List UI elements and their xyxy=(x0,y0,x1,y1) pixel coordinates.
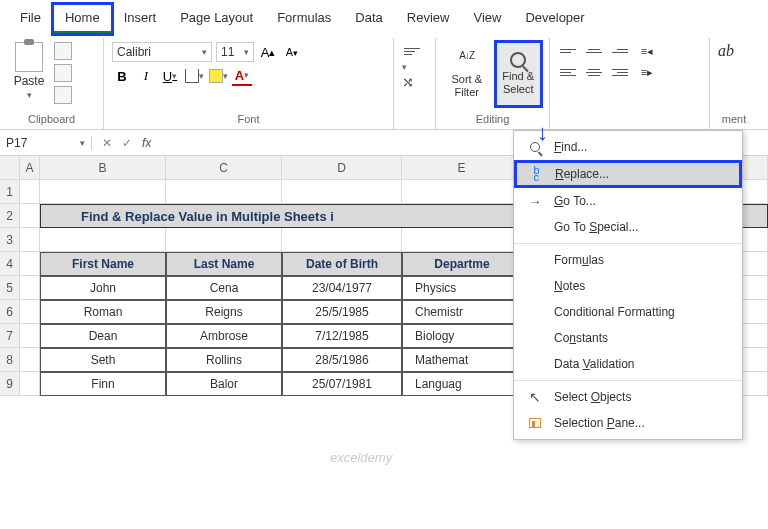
menu-notes[interactable]: Notes xyxy=(514,273,742,299)
cell[interactable] xyxy=(20,300,40,324)
cell[interactable] xyxy=(20,276,40,300)
cell[interactable] xyxy=(166,228,282,252)
menu-insert[interactable]: Insert xyxy=(112,4,169,34)
align-right-button[interactable] xyxy=(610,63,630,81)
align-top-button[interactable] xyxy=(558,42,578,60)
bold-button[interactable]: B xyxy=(112,66,132,86)
decrease-indent-button[interactable]: ≡◂ xyxy=(636,42,658,60)
menu-developer[interactable]: Developer xyxy=(513,4,596,34)
row-header[interactable]: 8 xyxy=(0,348,20,372)
col-header[interactable]: A xyxy=(20,156,40,180)
table-cell[interactable]: Seth xyxy=(40,348,166,372)
table-cell[interactable]: 7/12/1985 xyxy=(282,324,402,348)
menu-goto[interactable]: →Go To... xyxy=(514,188,742,214)
increase-font-button[interactable]: A▴ xyxy=(258,42,278,62)
table-cell[interactable]: John xyxy=(40,276,166,300)
cut-button[interactable] xyxy=(54,42,72,60)
menu-file[interactable]: File xyxy=(8,4,53,34)
sort-filter-button[interactable]: Sort & Filter xyxy=(444,42,490,106)
cell[interactable] xyxy=(20,348,40,372)
align-top-button[interactable] xyxy=(402,42,422,60)
menu-formulas[interactable]: Formulas xyxy=(514,247,742,273)
table-cell[interactable]: 28/5/1986 xyxy=(282,348,402,372)
cell[interactable] xyxy=(40,228,166,252)
menu-goto-special[interactable]: Go To Special... xyxy=(514,214,742,240)
row-header[interactable]: 4 xyxy=(0,252,20,276)
menu-formulas[interactable]: Formulas xyxy=(265,4,343,34)
italic-button[interactable]: I xyxy=(136,66,156,86)
orientation-button[interactable]: ⤭ xyxy=(402,74,414,90)
table-cell[interactable]: 25/07/1981 xyxy=(282,372,402,396)
table-cell[interactable]: Roman xyxy=(40,300,166,324)
cell[interactable] xyxy=(20,252,40,276)
menu-page-layout[interactable]: Page Layout xyxy=(168,4,265,34)
cell[interactable] xyxy=(402,228,522,252)
fill-color-button[interactable]: ▾ xyxy=(208,66,228,86)
cell[interactable] xyxy=(166,180,282,204)
border-button[interactable]: ▾ xyxy=(184,66,204,86)
table-header[interactable]: Date of Birth xyxy=(282,252,402,276)
cancel-icon[interactable]: ✕ xyxy=(102,136,112,150)
font-name-combo[interactable]: Calibri▾ xyxy=(112,42,212,62)
cell[interactable] xyxy=(20,228,40,252)
menu-constants[interactable]: Constants xyxy=(514,325,742,351)
cell[interactable] xyxy=(282,228,402,252)
col-header[interactable]: E xyxy=(402,156,522,180)
align-middle-button[interactable] xyxy=(584,42,604,60)
fx-icon[interactable]: fx xyxy=(142,136,151,150)
menu-home[interactable]: Home xyxy=(53,4,112,34)
font-color-button[interactable]: A▾ xyxy=(232,66,252,86)
row-header[interactable]: 7 xyxy=(0,324,20,348)
row-header[interactable]: 1 xyxy=(0,180,20,204)
table-cell[interactable]: Rollins xyxy=(166,348,282,372)
table-cell[interactable]: 23/04/1977 xyxy=(282,276,402,300)
decrease-font-button[interactable]: A▾ xyxy=(282,42,302,62)
table-cell[interactable]: Mathemat xyxy=(402,348,522,372)
menu-view[interactable]: View xyxy=(461,4,513,34)
table-cell[interactable]: Languag xyxy=(402,372,522,396)
table-cell[interactable]: 25/5/1985 xyxy=(282,300,402,324)
select-all-corner[interactable] xyxy=(0,156,20,180)
table-header[interactable]: First Name xyxy=(40,252,166,276)
cell[interactable] xyxy=(20,372,40,396)
table-cell[interactable]: Dean xyxy=(40,324,166,348)
menu-selection-pane[interactable]: Selection Pane... xyxy=(514,410,742,436)
table-cell[interactable]: Physics xyxy=(402,276,522,300)
cell[interactable] xyxy=(402,180,522,204)
table-cell[interactable]: Cena xyxy=(166,276,282,300)
align-center-button[interactable] xyxy=(584,63,604,81)
font-size-combo[interactable]: 11▾ xyxy=(216,42,254,62)
row-header[interactable]: 3 xyxy=(0,228,20,252)
row-header[interactable]: 2 xyxy=(0,204,20,228)
col-header[interactable]: B xyxy=(40,156,166,180)
name-box[interactable]: P17▾ xyxy=(0,136,92,150)
cell[interactable] xyxy=(20,324,40,348)
increase-indent-button[interactable]: ≡▸ xyxy=(636,63,658,81)
table-cell[interactable]: Chemistr xyxy=(402,300,522,324)
menu-data-validation[interactable]: Data Validation xyxy=(514,351,742,377)
copy-button[interactable] xyxy=(54,64,72,82)
format-painter-button[interactable] xyxy=(54,86,72,104)
menu-cond-format[interactable]: Conditional Formatting xyxy=(514,299,742,325)
align-left-button[interactable] xyxy=(558,63,578,81)
menu-data[interactable]: Data xyxy=(343,4,394,34)
row-header[interactable]: 9 xyxy=(0,372,20,396)
paste-button[interactable]: Paste ▾ xyxy=(8,42,50,100)
table-cell[interactable]: Biology xyxy=(402,324,522,348)
table-cell[interactable]: Finn xyxy=(40,372,166,396)
menu-review[interactable]: Review xyxy=(395,4,462,34)
menu-find[interactable]: Find... xyxy=(514,134,742,160)
menu-replace[interactable]: bcReplace... xyxy=(515,161,741,187)
cell[interactable] xyxy=(20,180,40,204)
table-cell[interactable]: Reigns xyxy=(166,300,282,324)
row-header[interactable]: 6 xyxy=(0,300,20,324)
underline-button[interactable]: U▾ xyxy=(160,66,180,86)
align-bottom-button[interactable] xyxy=(610,42,630,60)
cell[interactable] xyxy=(282,180,402,204)
col-header[interactable]: D xyxy=(282,156,402,180)
col-header[interactable]: C xyxy=(166,156,282,180)
cell[interactable] xyxy=(40,180,166,204)
enter-icon[interactable]: ✓ xyxy=(122,136,132,150)
find-select-button[interactable]: Find & Select xyxy=(496,42,542,106)
table-cell[interactable]: Ambrose xyxy=(166,324,282,348)
